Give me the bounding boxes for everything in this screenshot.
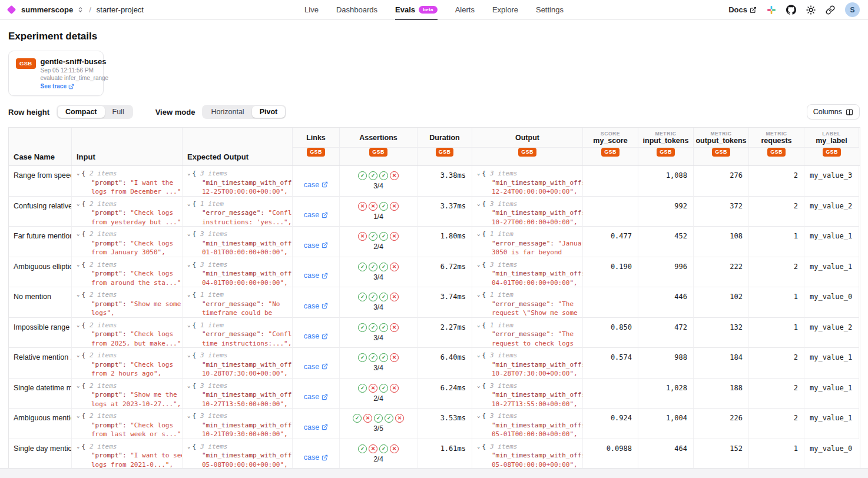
output-cell[interactable]: ⌄{1 item"error_message": "Therequest to … — [472, 318, 583, 348]
column-header-my_label[interactable]: LABELmy_label — [804, 128, 859, 148]
column-header-requests[interactable]: METRICrequests — [749, 128, 804, 148]
view-mode-option-pivot[interactable]: Pivot — [252, 106, 286, 118]
docs-link[interactable]: Docs — [728, 5, 757, 14]
case-trace-link[interactable]: case — [304, 447, 328, 469]
collapse-chevron-icon[interactable]: ⌄ — [187, 321, 190, 329]
collapse-chevron-icon[interactable]: ⌄ — [477, 443, 480, 450]
input-cell[interactable]: ⌄{2 items"prompt": "Show me thelogs at 2… — [72, 379, 183, 409]
column-header-output_tokens[interactable]: METRICoutput_tokens — [694, 128, 749, 148]
collapse-chevron-icon[interactable]: ⌄ — [477, 412, 480, 420]
case-trace-link[interactable]: case — [304, 265, 328, 287]
collapse-chevron-icon[interactable]: ⌄ — [477, 261, 480, 268]
input-cell[interactable]: ⌄{2 items"prompt": "Check logsfrom last … — [72, 409, 183, 439]
see-trace-link[interactable]: See trace — [41, 83, 109, 89]
github-icon[interactable] — [786, 5, 796, 15]
collapse-chevron-icon[interactable]: ⌄ — [77, 261, 79, 268]
input-cell[interactable]: ⌄{2 items"prompt": "I want thelogs from … — [72, 166, 183, 197]
assertions-cell[interactable]: ✓✓✓✕3/4 — [340, 348, 418, 379]
input-cell[interactable]: ⌄{2 items"prompt": "Check logsfrom aroun… — [72, 257, 183, 288]
project-name[interactable]: starter-project — [97, 5, 144, 14]
collapse-chevron-icon[interactable]: ⌄ — [477, 291, 480, 298]
collapse-chevron-icon[interactable]: ⌄ — [77, 382, 79, 390]
expected-output-cell[interactable]: ⌄{3 items"min_timestamp_with_offset"10-2… — [183, 379, 293, 409]
output-cell[interactable]: ⌄{1 item"error_message": "Therequest \"S… — [472, 287, 583, 318]
collapse-chevron-icon[interactable]: ⌄ — [77, 321, 79, 329]
collapse-chevron-icon[interactable]: ⌄ — [77, 200, 79, 208]
collapse-chevron-icon[interactable]: ⌄ — [187, 261, 190, 268]
nav-tab-alerts[interactable]: Alerts — [455, 0, 475, 20]
column-header-assertions[interactable]: Assertions — [340, 128, 418, 148]
slack-icon[interactable] — [767, 5, 776, 15]
assertions-cell[interactable]: ✓✕✓✓✕3/5 — [340, 409, 418, 439]
expected-output-cell[interactable]: ⌄{3 items"min_timestamp_with_offset"10-2… — [183, 348, 293, 379]
collapse-chevron-icon[interactable]: ⌄ — [77, 291, 79, 298]
case-trace-link[interactable]: case — [304, 234, 328, 257]
collapse-chevron-icon[interactable]: ⌄ — [477, 321, 480, 329]
column-header-case-name[interactable]: Case Name — [9, 128, 72, 165]
output-cell[interactable]: ⌄{3 items"min_timestamp_with_offset"10-2… — [472, 348, 583, 379]
input-cell[interactable]: ⌄{2 items"prompt": "Check logsfrom yeste… — [72, 197, 183, 227]
case-trace-link[interactable]: case — [304, 356, 328, 378]
user-avatar[interactable]: S — [845, 2, 860, 17]
collapse-chevron-icon[interactable]: ⌄ — [187, 382, 190, 390]
collapse-chevron-icon[interactable]: ⌄ — [77, 412, 79, 420]
theme-toggle-icon[interactable] — [806, 5, 816, 15]
collapse-chevron-icon[interactable]: ⌄ — [187, 170, 190, 177]
collapse-chevron-icon[interactable]: ⌄ — [477, 200, 480, 208]
nav-tab-dashboards[interactable]: Dashboards — [336, 0, 377, 20]
column-header-my_score[interactable]: SCOREmy_score — [583, 128, 638, 148]
case-name-cell[interactable]: Relative mention ... — [9, 348, 72, 379]
collapse-chevron-icon[interactable]: ⌄ — [187, 351, 190, 359]
collapse-chevron-icon[interactable]: ⌄ — [77, 443, 79, 450]
org-switcher[interactable]: summerscope — [21, 5, 73, 14]
output-cell[interactable]: ⌄{1 item"error_message": "January3050 is… — [472, 227, 583, 257]
collapse-chevron-icon[interactable]: ⌄ — [187, 412, 190, 420]
input-cell[interactable]: ⌄{2 items"prompt": "Check logsfrom 2 hou… — [72, 348, 183, 379]
collapse-chevron-icon[interactable]: ⌄ — [187, 230, 190, 238]
input-cell[interactable]: ⌄{2 items"prompt": "Show me somelogs", — [72, 287, 183, 318]
experiment-card[interactable]: GSB gentle-sniff-buses Sep 05 12:11:56 P… — [8, 51, 104, 96]
case-name-cell[interactable]: No mention — [9, 287, 72, 318]
collapse-chevron-icon[interactable]: ⌄ — [477, 382, 480, 390]
output-cell[interactable]: ⌄{3 items"min_timestamp_with_offset"12-2… — [472, 166, 583, 197]
case-trace-link[interactable]: case — [304, 295, 328, 317]
collapse-chevron-icon[interactable]: ⌄ — [77, 351, 79, 359]
collapse-chevron-icon[interactable]: ⌄ — [477, 170, 480, 177]
chevrons-up-down-icon[interactable] — [77, 6, 84, 13]
case-trace-link[interactable]: case — [304, 416, 328, 439]
column-header-input_tokens[interactable]: METRICinput_tokens — [638, 128, 694, 148]
case-name-cell[interactable]: Confusing relative... — [9, 197, 72, 227]
assertions-cell[interactable]: ✓✕✓✕2/4 — [340, 439, 418, 470]
assertions-cell[interactable]: ✓✓✓✕3/4 — [340, 257, 418, 288]
case-trace-link[interactable]: case — [304, 204, 328, 227]
case-name-cell[interactable]: Single day mention — [9, 439, 72, 470]
row-height-option-full[interactable]: Full — [105, 106, 132, 118]
column-header-links[interactable]: Links — [293, 128, 340, 148]
expected-output-cell[interactable]: ⌄{3 items"min_timestamp_with_offset"04-0… — [183, 257, 293, 288]
output-cell[interactable]: ⌄{3 items"min_timestamp_with_offset"10-2… — [472, 197, 583, 227]
output-cell[interactable]: ⌄{3 items"min_timestamp_with_offset"05-0… — [472, 409, 583, 439]
case-trace-link[interactable]: case — [304, 326, 328, 348]
expected-output-cell[interactable]: ⌄{1 item"error_message": "Notimeframe co… — [183, 287, 293, 318]
input-cell[interactable]: ⌄{2 items"prompt": "I want to seelogs fr… — [72, 439, 183, 470]
column-header-duration[interactable]: Duration — [418, 128, 472, 148]
link-icon[interactable] — [826, 5, 835, 15]
view-mode-option-horizontal[interactable]: Horizontal — [203, 106, 251, 118]
nav-tab-settings[interactable]: Settings — [536, 0, 564, 20]
collapse-chevron-icon[interactable]: ⌄ — [77, 230, 79, 238]
case-trace-link[interactable]: case — [304, 386, 328, 409]
case-name-cell[interactable]: Impossible range — [9, 318, 72, 348]
case-name-cell[interactable]: Range from speech — [9, 166, 72, 197]
collapse-chevron-icon[interactable]: ⌄ — [187, 443, 190, 450]
column-header-expected-output[interactable]: Expected Output — [183, 128, 293, 165]
case-name-cell[interactable]: Single datetime m... — [9, 379, 72, 409]
nav-tab-explore[interactable]: Explore — [492, 0, 518, 20]
nav-tab-live[interactable]: Live — [304, 0, 319, 20]
nav-tab-evals[interactable]: Evalsbeta — [395, 0, 438, 20]
column-header-input[interactable]: Input — [72, 128, 183, 165]
output-cell[interactable]: ⌄{3 items"min_timestamp_with_offset"04-0… — [472, 257, 583, 288]
case-name-cell[interactable]: Ambiguous mention — [9, 409, 72, 439]
row-height-option-compact[interactable]: Compact — [58, 106, 104, 118]
columns-button[interactable]: Columns — [807, 104, 860, 120]
collapse-chevron-icon[interactable]: ⌄ — [77, 170, 79, 177]
